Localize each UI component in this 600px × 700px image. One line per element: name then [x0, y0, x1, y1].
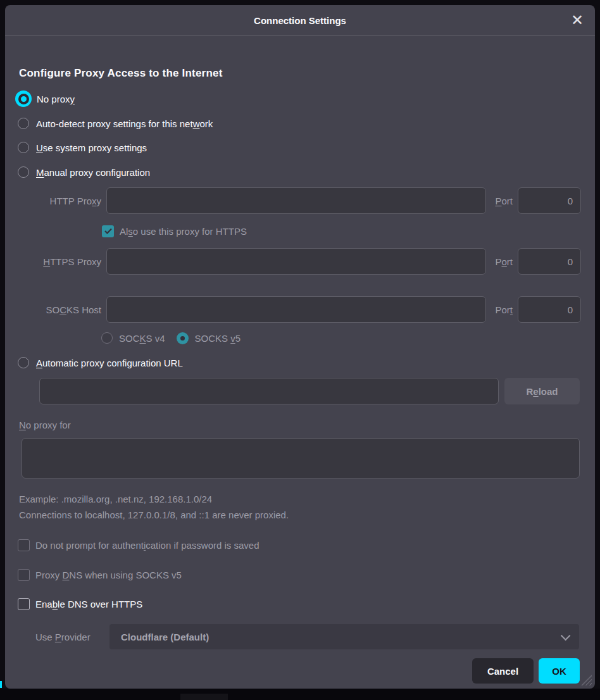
dialog-title: Connection Settings: [254, 15, 346, 26]
checkbox-label: Enable DNS over HTTPS: [35, 599, 142, 609]
checkbox-label: Do not prompt for authentication if pass…: [35, 540, 259, 551]
radio-auto-detect[interactable]: Auto-detect proxy settings for this netw…: [18, 115, 213, 132]
radio-manual[interactable]: Manual proxy configuration: [18, 163, 150, 181]
checkbox-share-proxy[interactable]: Also use this proxy for HTTPS: [102, 225, 247, 237]
checkbox-label: Also use this proxy for HTTPS: [120, 226, 247, 237]
http-proxy-row: HTTP Proxy Port: [19, 187, 581, 214]
https-port-label: Port: [495, 256, 513, 267]
background-element: [180, 694, 228, 700]
radio-label: Manual proxy configuration: [36, 167, 150, 178]
connection-settings-dialog: Connection Settings ✕ Configure Proxy Ac…: [5, 5, 595, 689]
dialog-titlebar: Connection Settings ✕: [5, 5, 595, 36]
checkbox-label: Proxy DNS when using SOCKS v5: [35, 570, 182, 580]
socks-host-row: SOCKS Host Port: [19, 296, 581, 323]
checkbox-checked-icon: [102, 225, 114, 237]
screen: Connection Settings ✕ Configure Proxy Ac…: [0, 0, 600, 700]
https-proxy-label: HTTPS Proxy: [19, 256, 101, 267]
radio-label: No proxy: [37, 94, 75, 104]
radio-label: Auto-detect proxy settings for this netw…: [36, 118, 213, 129]
example-hint: Example: .mozilla.org, .net.nz, 192.168.…: [19, 492, 212, 505]
never-proxied-hint: Connections to localhost, 127.0.0.1/8, a…: [19, 508, 289, 521]
checkbox-enable-doh[interactable]: Enable DNS over HTTPS: [18, 597, 142, 610]
checkbox-no-auth-prompt[interactable]: Do not prompt for authentication if pass…: [18, 539, 259, 551]
page-title: Configure Proxy Access to the Internet: [19, 67, 223, 80]
http-port-input[interactable]: [518, 187, 581, 214]
background-accent-sliver: [0, 681, 2, 688]
http-proxy-label: HTTP Proxy: [19, 196, 101, 206]
socks-host-label: SOCKS Host: [19, 304, 101, 315]
auto-url-row: Reload: [39, 378, 580, 404]
reload-button[interactable]: Reload: [504, 378, 580, 404]
ok-button[interactable]: OK: [539, 658, 580, 684]
page-background-strip: [0, 689, 600, 700]
radio-unselected-icon: [18, 142, 29, 153]
https-port-input[interactable]: [518, 248, 581, 275]
socks-port-input[interactable]: [518, 296, 581, 323]
socks-version-row: SOCKS v4 SOCKS v5: [101, 331, 241, 345]
provider-selected-value: Cloudflare (Default): [121, 632, 209, 642]
socks-port-label: Port: [495, 304, 513, 315]
resize-grip[interactable]: [581, 675, 592, 685]
radio-selected-icon: [177, 332, 189, 344]
radio-unselected-icon: [18, 118, 29, 129]
provider-dropdown[interactable]: Cloudflare (Default): [109, 624, 579, 649]
https-proxy-input[interactable]: [106, 248, 486, 275]
radio-unselected-icon: [18, 166, 29, 178]
radio-label: Automatic proxy configuration URL: [36, 358, 183, 368]
radio-label: SOCKS v5: [195, 333, 241, 344]
cancel-button[interactable]: Cancel: [472, 658, 534, 684]
radio-label: Use system proxy settings: [36, 142, 147, 153]
radio-no-proxy[interactable]: No proxy: [15, 90, 75, 108]
checkbox-proxy-dns[interactable]: Proxy DNS when using SOCKS v5: [18, 568, 182, 581]
auto-url-input[interactable]: [39, 378, 499, 404]
no-proxy-for-label: No proxy for: [19, 418, 71, 431]
radio-socks-v5[interactable]: SOCKS v5: [177, 332, 241, 344]
https-proxy-row: HTTPS Proxy Port: [19, 248, 581, 275]
checkbox-unchecked-icon: [18, 598, 30, 610]
radio-label: SOCKS v4: [119, 333, 165, 344]
http-proxy-input[interactable]: [106, 187, 486, 214]
radio-unselected-icon: [101, 332, 113, 344]
checkbox-unchecked-icon: [18, 539, 30, 551]
http-port-label: Port: [495, 196, 513, 206]
chevron-down-icon: [561, 630, 571, 641]
use-provider-label: Use Provider: [35, 630, 91, 643]
close-icon[interactable]: ✕: [567, 10, 587, 30]
radio-unselected-icon: [18, 357, 29, 368]
no-proxy-for-textarea[interactable]: [22, 438, 580, 478]
socks-host-input[interactable]: [106, 296, 486, 323]
checkbox-unchecked-icon: [18, 569, 30, 581]
radio-socks-v4[interactable]: SOCKS v4: [101, 332, 165, 344]
radio-selected-icon: [15, 91, 32, 107]
radio-use-system[interactable]: Use system proxy settings: [18, 139, 147, 156]
radio-auto-url[interactable]: Automatic proxy configuration URL: [18, 354, 183, 372]
